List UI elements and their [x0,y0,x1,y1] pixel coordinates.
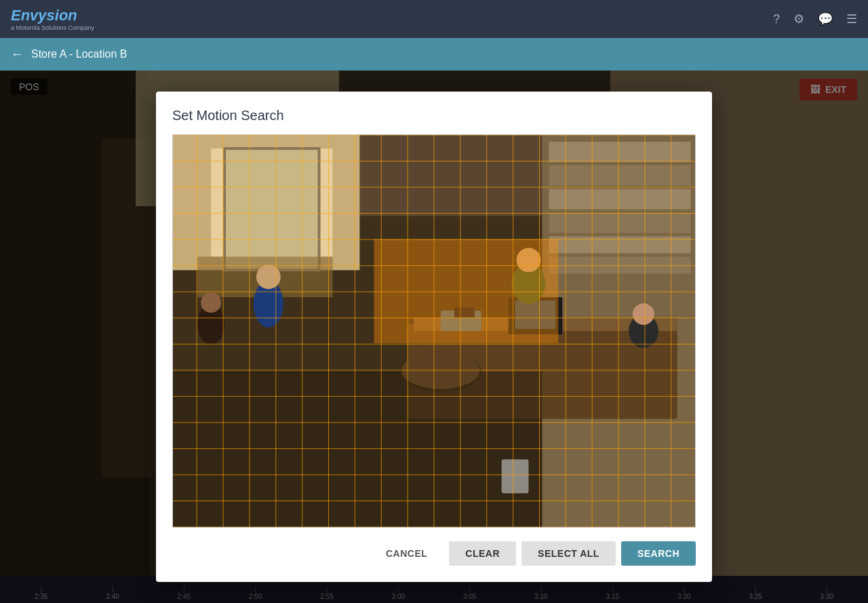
modal-overlay: Set Motion Search [0,71,868,603]
svg-rect-33 [502,459,529,493]
svg-rect-16 [549,236,690,253]
location-title: Store A - Location B [31,48,127,60]
back-button[interactable]: ← [11,47,23,62]
logo: Envysion a Motorola Solutions Company [11,7,94,31]
select-all-button[interactable]: SELECT ALL [521,541,616,566]
logo-subtitle: a Motorola Solutions Company [11,24,94,31]
svg-rect-15 [549,213,690,233]
settings-icon[interactable]: ⚙ [793,12,804,26]
image-container[interactable] [172,134,696,528]
main-content: POS 🖼 EXIT Set Motion Search [0,71,868,603]
clear-button[interactable]: CLEAR [449,541,516,566]
svg-point-29 [201,292,221,313]
svg-rect-17 [549,256,690,273]
svg-point-27 [256,265,281,289]
svg-point-32 [401,351,480,389]
menu-icon[interactable]: ☰ [846,12,857,26]
sub-header: ← Store A - Location B [0,38,868,71]
svg-point-25 [633,303,654,325]
motion-search-modal: Set Motion Search [156,92,712,582]
modal-buttons: CANCEL CLEAR SELECT ALL SEARCH [172,541,696,566]
cancel-button[interactable]: CANCEL [370,541,443,566]
camera-scene [173,135,695,527]
header: Envysion a Motorola Solutions Company ? … [0,0,868,38]
svg-rect-35 [454,307,475,317]
svg-point-23 [517,248,541,272]
help-icon[interactable]: ? [773,12,780,26]
svg-rect-9 [224,149,319,270]
header-icons: ? ⚙ 💬 ☰ [773,12,857,26]
svg-rect-30 [173,372,542,527]
svg-rect-21 [515,300,556,329]
modal-title: Set Motion Search [172,108,696,123]
svg-rect-12 [549,142,690,162]
search-button[interactable]: SEARCH [621,541,696,566]
svg-rect-13 [549,166,690,186]
logo-title: Envysion [11,7,94,24]
svg-rect-14 [549,189,690,210]
chat-icon[interactable]: 💬 [818,12,833,26]
